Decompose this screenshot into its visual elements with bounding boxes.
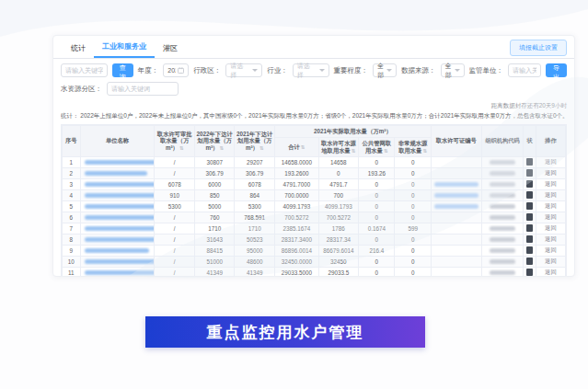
importance-select[interactable]: 全部 <box>373 63 397 77</box>
notice-area: 距离数据封存还有20天9小时 统计： 2022年上报单位0户，2022年未上报单… <box>53 100 574 124</box>
permit-no-cell <box>431 223 481 234</box>
col-plan-2022[interactable]: 2022年下达计划用水量（万m³） <box>194 126 235 157</box>
table-row: 10/510004860032450.00003245000退回 <box>63 256 566 267</box>
search-button[interactable]: 查询 <box>112 63 133 77</box>
col-report-status[interactable]: 状 <box>524 126 536 157</box>
col-actual-source[interactable]: 取水许可水源地取用水量 <box>318 137 359 156</box>
region-select-value: 请选择 <box>230 62 249 80</box>
row-index: 11 <box>63 267 81 277</box>
return-action-link[interactable]: 退回 <box>545 257 557 264</box>
page: { "page": { "banner_title": "重点监控用水户管理" … <box>0 0 588 389</box>
org-code-redacted <box>481 223 524 234</box>
report-status-stamp-icon <box>526 213 533 221</box>
permit-no-cell <box>431 234 481 245</box>
return-action-link[interactable]: 退回 <box>545 246 557 253</box>
plan-2021-cell: 5300 <box>235 200 275 212</box>
row-index: 10 <box>63 256 81 267</box>
table-header: 序号 单位名称 取水许可审批取水量（万m³） 2022年下达计划用水量（万m³）… <box>63 126 566 157</box>
col-plan-2021[interactable]: 2021年下达计划用水量（万m³） <box>235 126 275 157</box>
actual-total-cell: 4099.1793 <box>274 200 318 212</box>
return-action-link[interactable]: 退回 <box>545 213 557 220</box>
tab-statistics[interactable]: 统计 <box>63 38 94 58</box>
approved-intake-cell: 5300 <box>155 200 195 212</box>
year-input-wrap <box>163 63 189 77</box>
return-action-link[interactable]: 退回 <box>545 158 557 165</box>
actual-public-cell: 0.1674 <box>359 223 395 234</box>
table-row: 7/171017102385.167417860.1674599退回 <box>63 223 566 234</box>
approved-intake-cell: / <box>155 245 195 256</box>
approved-intake-cell: 6078 <box>155 178 195 189</box>
table-row: 55300500053004099.17934099.179300退回 <box>63 200 566 212</box>
supervisor-input-wrap <box>508 63 541 77</box>
org-code-redacted <box>481 245 524 256</box>
col-index[interactable]: 序号 <box>63 126 81 157</box>
region-select[interactable]: 请选择 <box>225 63 262 77</box>
keyword-input[interactable] <box>65 67 103 74</box>
approved-intake-cell: / <box>155 156 195 167</box>
return-action-link[interactable]: 退回 <box>545 224 557 231</box>
permit-link-redacted[interactable] <box>434 204 478 209</box>
return-action-link[interactable]: 退回 <box>545 202 557 209</box>
supervisor-input[interactable] <box>513 67 536 74</box>
year-input[interactable] <box>167 67 176 74</box>
plan-2021-cell: 41349 <box>235 267 275 277</box>
report-status-stamp-icon <box>526 257 533 265</box>
table-row: 36078600060784791.70004791.700退回 <box>63 178 566 189</box>
export-button[interactable]: 导出 <box>546 63 567 77</box>
return-action-link[interactable]: 退回 <box>545 269 557 275</box>
page-title-banner: 重点监控用水户管理 <box>145 316 425 348</box>
row-index: 2 <box>63 167 81 178</box>
deadline-setting-button[interactable]: 填报截止设置 <box>510 40 567 56</box>
return-action-link[interactable]: 退回 <box>545 191 557 198</box>
actual-public-cell: 216.4 <box>359 245 395 256</box>
unit-name-redacted <box>80 212 155 223</box>
return-action-link[interactable]: 退回 <box>545 180 557 187</box>
report-status-stamp-icon <box>526 224 533 232</box>
table-row: 2/306.79306.79193.26000193.260退回 <box>63 167 566 178</box>
col-unit-name[interactable]: 单位名称 <box>80 126 155 157</box>
report-status-stamp-icon <box>526 202 533 210</box>
tab-industry-services[interactable]: 工业和服务业 <box>94 36 155 58</box>
actual-unconv-cell: 0 <box>395 245 431 256</box>
plan-2021-cell: 48600 <box>235 256 275 267</box>
actual-unconv-cell: 0 <box>395 200 431 212</box>
return-action-link[interactable]: 退回 <box>545 235 557 242</box>
unit-name-redacted <box>80 167 155 178</box>
industry-select[interactable]: 请选择 <box>293 63 329 77</box>
col-actions: 操作 <box>536 126 565 157</box>
seal-countdown-text: 距离数据封存还有20天9小时 <box>61 100 567 111</box>
actual-total-cell: 32450.0000 <box>274 256 318 267</box>
actual-unconv-cell: 0 <box>395 167 431 178</box>
col-approved-intake[interactable]: 取水许可审批取水量（万m³） <box>155 126 195 157</box>
col-org-code[interactable]: 组织机构代码 <box>481 126 524 157</box>
row-actions-cell: 退回 <box>536 178 565 189</box>
unit-name-redacted <box>80 234 155 245</box>
actual-source-cell: 0 <box>318 167 359 178</box>
approved-intake-cell: / <box>155 223 195 234</box>
plan-2022-cell: 1710 <box>194 223 235 234</box>
plan-2022-cell: 306.79 <box>194 167 235 178</box>
table-row: 1/308072920714658.00001465800退回 <box>63 156 566 167</box>
data-source-select-value: 全部 <box>445 62 452 80</box>
data-table-wrap: 序号 单位名称 取水许可审批取水量（万m³） 2022年下达计划用水量（万m³）… <box>61 124 567 277</box>
data-table: 序号 单位名称 取水许可审批取水量（万m³） 2022年下达计划用水量（万m³）… <box>62 125 566 277</box>
unit-name-redacted <box>80 200 155 212</box>
col-actual-total[interactable]: 合计 <box>274 137 318 156</box>
tab-irrigation[interactable]: 灌区 <box>155 38 186 58</box>
basin-input[interactable] <box>111 86 174 92</box>
return-action-link[interactable]: 退回 <box>545 169 557 176</box>
permit-link-redacted[interactable] <box>434 182 478 187</box>
permit-no-cell <box>431 212 481 223</box>
filter-row-2: 水资源分区： <box>61 82 567 96</box>
keyword-input-wrap <box>61 63 108 77</box>
col-actual-public-network[interactable]: 公共管网取用水量 <box>359 137 395 156</box>
permit-link-redacted[interactable] <box>434 193 478 198</box>
report-status-stamp-icon <box>526 169 533 177</box>
plan-2022-cell: 850 <box>194 189 235 200</box>
col-permit-no[interactable]: 取水许可证编号 <box>431 126 481 157</box>
data-source-select[interactable]: 全部 <box>441 63 465 77</box>
col-actual-unconventional[interactable]: 非常规水源取用水量 <box>395 137 431 156</box>
row-index: 6 <box>63 212 81 223</box>
actual-public-cell: 0 <box>359 189 395 200</box>
report-status-cell <box>524 245 536 256</box>
